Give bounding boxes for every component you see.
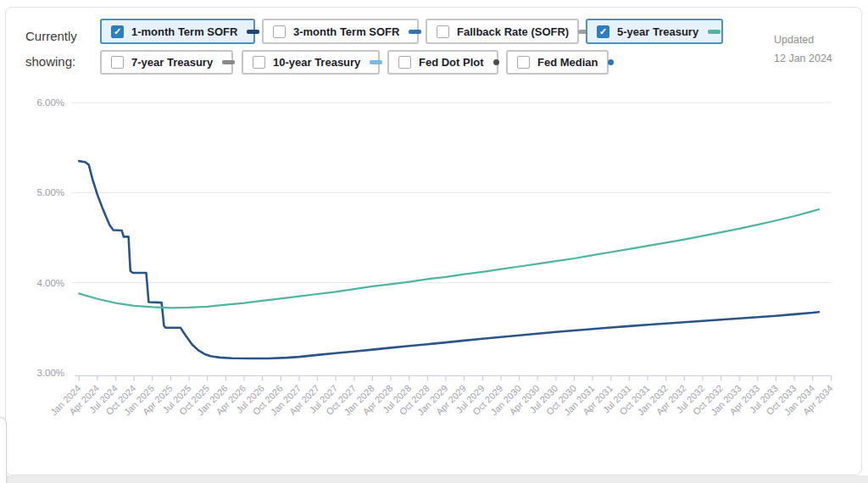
page-background-strip xyxy=(0,475,868,483)
y-axis-tick-label: 6.00% xyxy=(36,97,64,108)
y-axis-tick-label: 4.00% xyxy=(36,278,64,288)
peek-card xyxy=(0,417,7,483)
series-line-1-month-term-sofr xyxy=(79,161,819,358)
rates-line-chart: 3.00%4.00%5.00%6.00%Jan 2024Apr 2024Jul … xyxy=(0,0,868,483)
y-axis-tick-label: 5.00% xyxy=(36,187,64,197)
rate-dashboard: Currently showing: ✓ 1-month Term SOFR 3… xyxy=(0,0,868,483)
y-axis-tick-label: 3.00% xyxy=(36,368,64,378)
series-line-5-year-treasury xyxy=(79,209,819,308)
